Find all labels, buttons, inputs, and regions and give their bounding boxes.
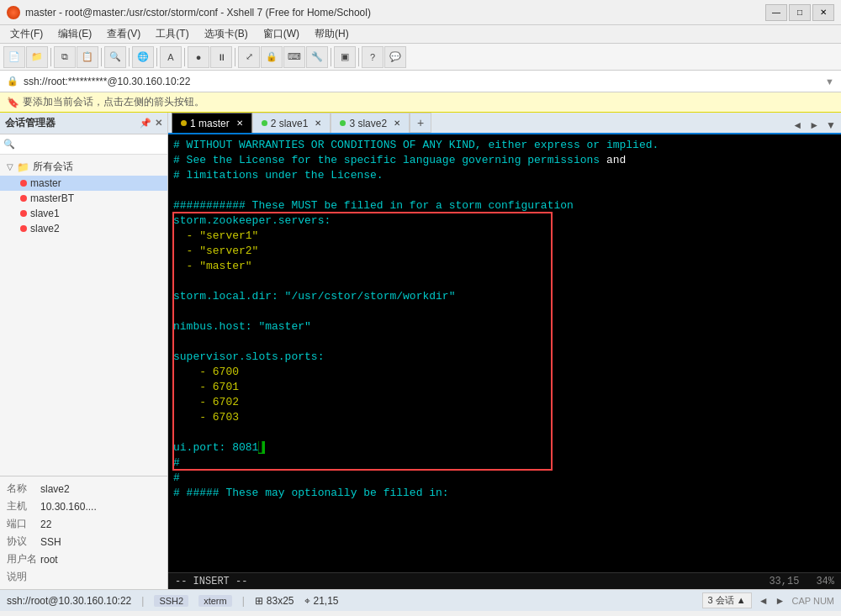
- menu-item-w[interactable]: 窗口(W): [257, 25, 306, 43]
- close-panel-button[interactable]: ✕: [155, 118, 162, 129]
- new-button[interactable]: 📄: [3, 46, 25, 68]
- tab-close-master[interactable]: ✕: [236, 118, 243, 128]
- protocol-badge: SSH2: [154, 595, 188, 607]
- term-line-8: - "server2": [173, 244, 836, 259]
- key-button[interactable]: ⌨: [283, 46, 305, 68]
- separator-1: |: [141, 595, 144, 607]
- open-button[interactable]: 📁: [26, 46, 48, 68]
- record-button[interactable]: ●: [188, 46, 209, 68]
- menu-item-h[interactable]: 帮助(H): [308, 25, 356, 43]
- cap-num-indicator: CAP NUM: [791, 596, 834, 606]
- session-item-masterbt[interactable]: masterBT: [0, 191, 167, 206]
- session-panel: 会话管理器 📌 ✕ 🔍 ▽ 📁 所有会话 master masterBT: [0, 113, 168, 589]
- info-row-port: 端口 22: [0, 515, 167, 533]
- search-button[interactable]: 🔍: [104, 46, 126, 68]
- terminal-size: ⊞ 83x25: [255, 595, 294, 607]
- session-dot-master: [20, 180, 27, 187]
- stop-button[interactable]: ⏸: [210, 46, 232, 68]
- term-line-15: supervisor.slots.ports:: [173, 350, 836, 365]
- menu-item-f[interactable]: 文件(F): [3, 25, 50, 43]
- session-label-slave2: slave2: [30, 223, 60, 234]
- session-dot-slave1: [20, 210, 27, 217]
- content-wrapper: 会话管理器 📌 ✕ 🔍 ▽ 📁 所有会话 master masterBT: [0, 113, 841, 589]
- term-line-21: ui.port: 8081▌: [173, 440, 836, 455]
- maximize-button[interactable]: □: [789, 4, 811, 21]
- term-line-20: [173, 425, 836, 440]
- tab-dot-slave2: [340, 120, 346, 126]
- search-icon: 🔍: [3, 139, 15, 150]
- terminal-status: -- INSERT -- 33,15 34%: [168, 572, 841, 589]
- info-value-host: 10.30.160....: [40, 501, 161, 513]
- tab-nav-buttons: ◄ ► ▼: [791, 118, 838, 133]
- session-item-slave2[interactable]: slave2: [0, 221, 167, 236]
- session-item-slave1[interactable]: slave1: [0, 206, 167, 221]
- info-label-port: 端口: [7, 517, 40, 531]
- tab-master[interactable]: 1 master ✕: [172, 113, 252, 133]
- nav-next[interactable]: ►: [775, 595, 785, 607]
- close-button[interactable]: ✕: [812, 4, 834, 21]
- lock-button[interactable]: 🔒: [261, 46, 283, 68]
- all-sessions-label: 所有会话: [33, 160, 73, 174]
- session-item-master[interactable]: master: [0, 176, 167, 191]
- term-line-19: - 6703: [173, 410, 836, 425]
- bottom-bar-right: 3 会话 ▲ ◄ ► CAP NUM: [702, 592, 834, 608]
- expand-button[interactable]: ⤢: [238, 46, 260, 68]
- menu-item-v[interactable]: 查看(V): [100, 25, 147, 43]
- info-label-host: 主机: [7, 499, 40, 513]
- term-line-5: ########### These MUST be filled in for …: [173, 198, 836, 213]
- add-tab-button[interactable]: +: [410, 113, 431, 133]
- bottom-bar: ssh://root@10.30.160.10:22 | SSH2 xterm …: [0, 589, 841, 611]
- term-line-16: - 6700: [173, 365, 836, 380]
- session-count: 3 会话 ▲: [702, 592, 752, 608]
- term-type-badge: xterm: [198, 595, 232, 607]
- term-line-23: #: [173, 471, 836, 486]
- copy-button[interactable]: ⧉: [54, 46, 76, 68]
- tab-menu-button[interactable]: ▼: [824, 118, 838, 133]
- term-line-18: - 6702: [173, 395, 836, 410]
- tab-bar: 1 master ✕ 2 slave1 ✕ 3 slave2 ✕ + ◄ ► ▼: [168, 113, 841, 134]
- menu-item-b[interactable]: 选项卡(B): [198, 25, 255, 43]
- tab-close-slave2[interactable]: ✕: [394, 118, 400, 128]
- separator-2: |: [242, 595, 245, 607]
- cursor-pos-bar: ⌖ 21,15: [304, 595, 339, 607]
- info-label-name: 名称: [7, 482, 40, 496]
- term-line-2: # See the License for the specific langu…: [173, 153, 836, 168]
- globe-button[interactable]: 🌐: [132, 46, 154, 68]
- menu-item-e[interactable]: 编辑(E): [51, 25, 98, 43]
- session-dot-masterbt: [20, 195, 27, 202]
- term-line-7: - "server1": [173, 229, 836, 244]
- split-button[interactable]: ▣: [334, 46, 356, 68]
- size-text: 83x25: [267, 595, 294, 607]
- tab-prev-button[interactable]: ◄: [791, 118, 804, 133]
- tab-close-slave1[interactable]: ✕: [315, 118, 321, 128]
- tab-label-slave2: 3 slave2: [349, 118, 387, 129]
- tip-bar: 🔖 要添加当前会话，点击左侧的箭头按钮。: [0, 92, 841, 113]
- term-line-11: storm.local.dir: "/usr/cstor/storm/workd…: [173, 289, 836, 304]
- nav-prev[interactable]: ◄: [759, 595, 769, 607]
- tab-slave1[interactable]: 2 slave1 ✕: [252, 113, 331, 133]
- search-input[interactable]: [15, 140, 164, 150]
- term-line-9: - "master": [173, 259, 836, 274]
- expand-icon[interactable]: ▽: [7, 162, 13, 171]
- info-label-note: 说明: [7, 570, 40, 584]
- tab-dot-master: [181, 120, 187, 126]
- tools-button[interactable]: 🔧: [306, 46, 328, 68]
- info-row-protocol: 协议 SSH: [0, 533, 167, 550]
- terminal-content[interactable]: # WITHOUT WARRANTIES OR CONDITIONS OF AN…: [168, 134, 841, 572]
- paste-button[interactable]: 📋: [77, 46, 98, 68]
- tab-slave2[interactable]: 3 slave2 ✕: [331, 113, 410, 133]
- address-dropdown[interactable]: ▼: [825, 76, 834, 87]
- tip-text: 要添加当前会话，点击左侧的箭头按钮。: [23, 95, 204, 109]
- font-button[interactable]: A: [160, 46, 182, 68]
- folder-icon: 📁: [17, 161, 29, 173]
- menu-item-t[interactable]: 工具(T): [149, 25, 195, 43]
- pin-button[interactable]: 📌: [140, 118, 151, 129]
- minimize-button[interactable]: —: [765, 4, 787, 21]
- tab-label-master: 1 master: [190, 118, 230, 129]
- tip-icon: 🔖: [7, 97, 19, 108]
- menu-bar: 文件(F)编辑(E)查看(V)工具(T)选项卡(B)窗口(W)帮助(H): [0, 25, 841, 44]
- session-count-text: 3 会话: [708, 595, 734, 605]
- chat-button[interactable]: 💬: [384, 46, 406, 68]
- tab-next-button[interactable]: ►: [807, 118, 821, 133]
- help-button[interactable]: ?: [362, 46, 383, 68]
